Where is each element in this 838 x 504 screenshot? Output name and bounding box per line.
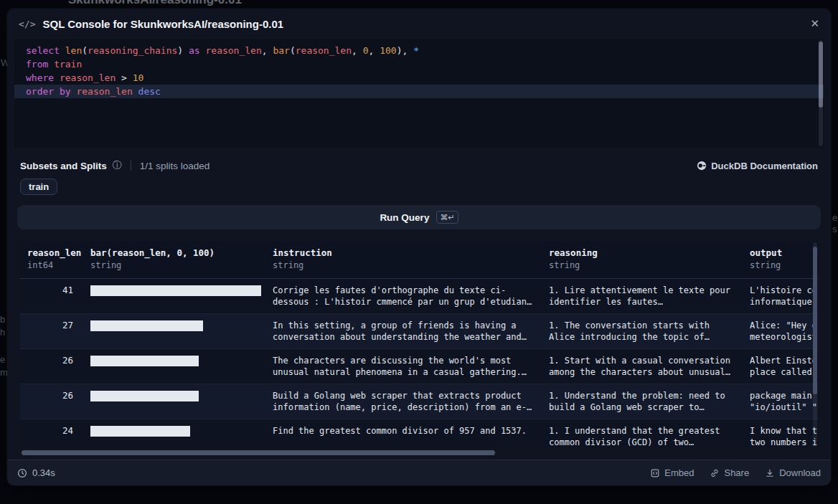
column-header-reason-len: reason_lenint64 [20, 241, 83, 279]
run-query-label: Run Query [380, 212, 429, 223]
sql-editor[interactable]: select len(reasoning_chains) as reason_l… [14, 39, 824, 148]
column-type: string [273, 260, 535, 271]
bar-glyph [90, 320, 203, 331]
column-header-reasoning: reasoningstring [542, 241, 743, 279]
download-label: Download [779, 467, 821, 478]
cell-reasoning: 1. Start with a casual conversation amon… [542, 349, 743, 384]
cell-reason-len: 27 [20, 314, 83, 349]
column-type: string [750, 260, 818, 271]
cell-output: Albert Einste place called [743, 349, 818, 384]
download-icon [765, 468, 775, 478]
duckdb-logo-icon [697, 161, 707, 171]
table-row: 27In this setting, a group of friends is… [20, 314, 818, 349]
cell-reason-len: 41 [20, 279, 83, 314]
bar-glyph [90, 285, 261, 296]
table-row: 26The characters are discussing the worl… [20, 349, 818, 384]
cell-reasoning: 1. I understand that the greatest common… [542, 419, 743, 449]
cell-reason-len: 26 [20, 349, 83, 384]
background-text-fragment: e [0, 354, 5, 365]
table-horizontal-scrollbar-thumb[interactable] [22, 450, 495, 455]
embed-label: Embed [664, 467, 694, 478]
modal-footer: 0.34s Embed Share [7, 460, 831, 485]
sql-code-line: from train [14, 57, 824, 71]
share-label: Share [724, 467, 749, 478]
subsets-row: Subsets and Splits ⓘ 1/1 splits loaded D… [20, 159, 818, 172]
table-row: 26Build a Golang web scraper that extrac… [20, 384, 818, 419]
cell-reason-len: 26 [20, 384, 83, 419]
splits-chip-row: train [20, 179, 818, 195]
cell-output: I know that t two numbers i [743, 419, 818, 449]
column-type: int64 [27, 260, 76, 271]
column-name: output [750, 247, 818, 259]
table-horizontal-scrollbar-track[interactable] [20, 450, 818, 455]
column-name: instruction [273, 247, 535, 259]
footer-actions: Embed Share Download [650, 467, 821, 478]
column-name: reason_len [27, 247, 76, 259]
query-time-label: 0.34s [32, 467, 55, 478]
background-text-fragment: h [0, 327, 5, 338]
share-link-icon [710, 468, 720, 478]
table-vertical-scrollbar-thumb[interactable] [813, 247, 817, 394]
cell-output: package main "io/ioutil" " [743, 384, 818, 419]
table-row: 41Corrige les fautes d'orthographe du te… [20, 279, 818, 314]
cell-reason-len: 24 [20, 419, 83, 449]
background-text-fragment: e [832, 212, 837, 223]
column-type: string [549, 260, 735, 271]
cell-output: Alice: "Hey g meteorologist [743, 314, 818, 349]
sql-console-modal: </> SQL Console for SkunkworksAI/reasoni… [7, 9, 831, 485]
divider [131, 161, 131, 171]
cell-bar [83, 349, 265, 384]
modal-header: </> SQL Console for SkunkworksAI/reasoni… [7, 9, 831, 39]
bar-glyph [90, 426, 190, 437]
bar-glyph [90, 391, 199, 401]
cell-instruction: Find the greatest common divisor of 957 … [265, 419, 542, 449]
splits-status: 1/1 splits loaded [140, 161, 210, 171]
share-button[interactable]: Share [710, 467, 749, 478]
column-name: reasoning [549, 247, 735, 259]
sql-code-line: where reason_len > 10 [14, 71, 824, 85]
embed-icon [650, 468, 660, 478]
clock-icon [17, 468, 27, 478]
table-header-row: reason_lenint64bar(reason_len, 0, 100)st… [20, 241, 818, 279]
column-name: bar(reason_len, 0, 100) [90, 247, 258, 259]
close-icon[interactable]: ✕ [810, 17, 819, 30]
sql-code-line: select len(reasoning_chains) as reason_l… [14, 44, 824, 57]
results-table-wrap: reason_lenint64bar(reason_len, 0, 100)st… [20, 241, 818, 448]
bar-glyph [90, 356, 199, 366]
download-button[interactable]: Download [765, 467, 821, 478]
duckdb-doc-label: DuckDB Documentation [711, 161, 818, 171]
cell-instruction: Build a Golang web scraper that extracts… [265, 384, 542, 419]
duckdb-doc-link[interactable]: DuckDB Documentation [697, 161, 818, 171]
cell-bar [83, 279, 265, 314]
results-table: reason_lenint64bar(reason_len, 0, 100)st… [20, 241, 818, 448]
subsets-label: Subsets and Splits [20, 161, 107, 171]
split-chip-train[interactable]: train [20, 179, 57, 195]
cell-instruction: In this setting, a group of friends is h… [265, 314, 542, 349]
background-text-fragment: s [832, 224, 837, 234]
keyboard-shortcut-badge: ⌘↵ [436, 211, 458, 224]
modal-title: SQL Console for SkunkworksAI/reasoning-0… [42, 18, 283, 30]
editor-scrollbar-thumb[interactable] [819, 42, 823, 108]
cell-output: L'histoire co informatique [743, 279, 818, 314]
background-text-fragment: b [0, 314, 5, 325]
embed-button[interactable]: Embed [650, 467, 694, 478]
background-page-title: SkunkworksAI/reasoning-0.01 [68, 0, 242, 7]
cell-bar [83, 419, 265, 449]
cell-bar [83, 384, 265, 419]
cell-reasoning: 1. Lire attentivement le texte pour iden… [542, 279, 743, 314]
cell-bar [83, 314, 265, 349]
cell-instruction: Corrige les fautes d'orthographe du text… [265, 279, 542, 314]
table-row: 24Find the greatest common divisor of 95… [20, 419, 818, 449]
column-header-bar-reason-len-0-100-: bar(reason_len, 0, 100)string [83, 241, 265, 279]
column-header-output: outputstring [743, 241, 818, 279]
cell-instruction: The characters are discussing the world'… [265, 349, 542, 384]
column-header-instruction: instructionstring [265, 241, 542, 279]
query-time: 0.34s [17, 467, 55, 478]
cell-reasoning: 1. Understand the problem: need to build… [542, 384, 743, 419]
column-type: string [90, 260, 258, 271]
code-icon: </> [19, 19, 35, 29]
cell-reasoning: 1. The conversation starts with Alice in… [542, 314, 743, 349]
run-query-button[interactable]: Run Query ⌘↵ [17, 205, 821, 229]
info-icon[interactable]: ⓘ [113, 159, 122, 172]
sql-code-line: order by reason_len desc [14, 85, 824, 98]
